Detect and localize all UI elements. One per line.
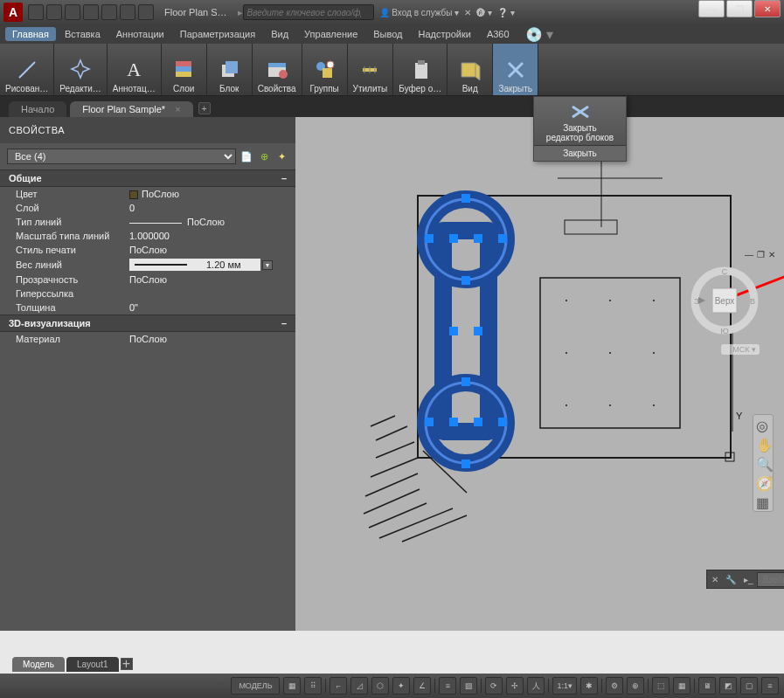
isoplane-toggle-icon[interactable]: ⬡ [371, 677, 389, 695]
ribbon-panel-draw[interactable]: Рисован… [0, 44, 54, 95]
workspace-switch-icon[interactable]: ⚙ [606, 677, 623, 695]
menu-manage[interactable]: Управление [297, 27, 364, 41]
ribbon-panel-layers[interactable]: Слои [162, 44, 207, 95]
viewcube[interactable]: Верх С Ю В З МСК ▾ [690, 266, 760, 335]
orbit-icon[interactable]: 🧭 [756, 475, 770, 489]
qat-saveas-icon[interactable] [83, 4, 99, 20]
doc-tab-start[interactable]: Начало [9, 101, 66, 117]
ribbon-panel-close[interactable]: Закрыть [493, 44, 538, 95]
quick-props-icon[interactable]: ▦ [673, 677, 690, 695]
ribbon-panel-block[interactable]: Блок [207, 44, 253, 95]
prop-row-вес-линий[interactable]: Вес линий1.20 мм▾ [0, 257, 295, 273]
category-general[interactable]: Общие– [0, 169, 295, 187]
units-button[interactable]: ⬚ [652, 677, 670, 695]
grid-toggle-icon[interactable]: ▦ [283, 677, 301, 695]
layout-tab-layout1[interactable]: Layout1 [66, 657, 119, 672]
anno-visibility-icon[interactable]: ✱ [580, 677, 598, 695]
menu-view[interactable]: Вид [264, 27, 295, 41]
ortho-toggle-icon[interactable]: ⌐ [330, 677, 347, 695]
layout-tab-model[interactable]: Модель [12, 657, 65, 672]
close-panel-button[interactable]: Закрыть [534, 145, 626, 161]
pick-select-icon[interactable]: ⊕ [257, 149, 271, 163]
prop-row-стиль-печати[interactable]: Стиль печатиПоСлою [0, 243, 295, 257]
customize-status-icon[interactable]: ≡ [761, 677, 779, 695]
menu-parametric[interactable]: Параметризация [173, 27, 262, 41]
qat-open-icon[interactable] [46, 4, 62, 20]
transparency-toggle-icon[interactable]: ▨ [460, 677, 477, 695]
ribbon: Рисован…Редакти…AАннотац…СлоиБлокСвойств… [0, 44, 784, 96]
menu-annotate[interactable]: Аннотации [109, 27, 171, 41]
prop-row-толщина[interactable]: Толщина0" [0, 301, 295, 314]
cmd-config-icon[interactable]: 🔧 [725, 573, 737, 585]
ribbon-panel-clipboard[interactable]: Буфер о… [393, 44, 448, 95]
pan-icon[interactable]: ✋ [756, 437, 770, 451]
selection-dropdown[interactable]: Все (4) [7, 149, 236, 164]
close-button[interactable]: ✕ [754, 0, 781, 17]
menu-addins[interactable]: Надстройки [412, 27, 478, 41]
minimize-button[interactable]: — [698, 0, 725, 17]
snap-toggle-icon[interactable]: ⠿ [304, 677, 322, 695]
showmotion-icon[interactable]: ▦ [756, 494, 770, 508]
ribbon-panel-modify[interactable]: Редакти… [54, 44, 108, 95]
3dosnap-toggle-icon[interactable]: ✢ [506, 677, 524, 695]
keyword-search-input[interactable] [243, 4, 374, 20]
command-input[interactable] [757, 572, 784, 587]
qat-undo-icon[interactable] [120, 4, 135, 20]
annotate-icon: A [121, 58, 146, 82]
add-layout-button[interactable]: + [121, 658, 133, 670]
lineweight-toggle-icon[interactable]: ≡ [439, 677, 456, 695]
category-3dvis[interactable]: 3D-визуализация– [0, 314, 295, 332]
coord-badge[interactable]: МСК ▾ [721, 344, 760, 355]
toggle-quick-icon[interactable]: ✦ [274, 149, 288, 163]
add-doc-tab-button[interactable]: + [198, 102, 211, 114]
ribbon-panel-utilities[interactable]: Утилиты [348, 44, 394, 95]
lineweight-dropdown-icon[interactable]: ▾ [262, 260, 273, 270]
doc-tab-floorplan[interactable]: Floor Plan Sample* × [70, 101, 192, 117]
anno-monitor-icon[interactable]: ⊕ [627, 677, 644, 695]
anno-scale-button[interactable]: 1:1 ▾ [552, 677, 577, 695]
ribbon-panel-groups[interactable]: Группы [302, 44, 348, 95]
maximize-button[interactable]: ❐ [726, 0, 753, 17]
properties-palette: СВОЙСТВА Все (4) 📄 ⊕ ✦ Общие– ЦветПоСлою… [0, 117, 295, 631]
prop-row-цвет[interactable]: ЦветПоСлою [0, 187, 295, 201]
ribbon-panel-properties[interactable]: Свойства [253, 44, 302, 95]
prop-row-тип-линий[interactable]: Тип линийПоСлою [0, 215, 295, 229]
ribbon-panel-view[interactable]: Вид [448, 44, 493, 95]
drawing-canvas[interactable]: — ❐ ✕ Y [295, 117, 784, 631]
svg-rect-11 [323, 68, 332, 78]
a360-icon[interactable]: 🅐 ▾ [476, 8, 492, 17]
ribbon-panel-annotate[interactable]: AАннотац… [108, 44, 162, 95]
hardware-accel-icon[interactable]: 🖥 [698, 677, 716, 695]
cmd-close-icon[interactable]: ✕ [709, 573, 721, 585]
prop-row-гиперссылка[interactable]: Гиперссылка [0, 287, 295, 301]
qat-print-icon[interactable] [101, 4, 117, 20]
menu-output[interactable]: Вывод [366, 27, 409, 41]
quick-select-icon[interactable]: 📄 [239, 149, 253, 163]
prop-row-масштаб-типа-линий[interactable]: Масштаб типа линий1.000000 [0, 229, 295, 243]
prop-row-материал[interactable]: МатериалПоСлою [0, 332, 295, 346]
polar-toggle-icon[interactable]: ◿ [350, 677, 368, 695]
model-space-button[interactable]: МОДЕЛЬ [231, 677, 280, 695]
app-logo[interactable]: A [3, 3, 23, 22]
prop-row-слой[interactable]: Слой0 [0, 201, 295, 215]
selection-cycling-icon[interactable]: ⟳ [485, 677, 503, 695]
menu-insert[interactable]: Вставка [58, 27, 108, 41]
exchange-icon[interactable]: ✕ [464, 8, 471, 17]
signin-button[interactable]: 👤 Вход в службы ▾ [379, 8, 460, 17]
zoom-extents-icon[interactable]: 🔍 [756, 456, 770, 470]
clean-screen-icon[interactable]: ▢ [740, 677, 758, 695]
qat-new-icon[interactable] [28, 4, 44, 20]
menu-home[interactable]: Главная [5, 27, 56, 41]
ribbon-collapse-icon[interactable]: 💿 ▾ [525, 26, 553, 43]
prop-row-прозрачность[interactable]: ПрозрачностьПоСлою [0, 273, 295, 287]
isolate-objects-icon[interactable]: ◩ [719, 677, 737, 695]
menu-a360[interactable]: A360 [480, 27, 517, 41]
dyn-ucs-toggle-icon[interactable]: 人 [527, 677, 545, 695]
help-icon[interactable]: ❔ ▾ [497, 8, 515, 17]
tab-close-icon[interactable]: × [175, 104, 180, 114]
qat-save-icon[interactable] [65, 4, 80, 20]
steering-wheel-icon[interactable]: ◎ [756, 418, 770, 432]
qat-redo-icon[interactable] [138, 4, 154, 20]
osnap-toggle-icon[interactable]: ✦ [392, 677, 410, 695]
otrack-toggle-icon[interactable]: ∠ [413, 677, 431, 695]
